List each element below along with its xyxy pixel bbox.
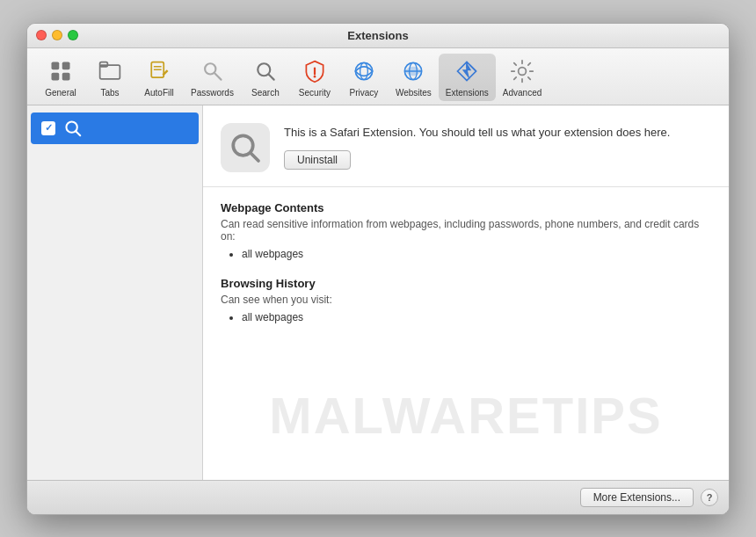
extension-description: This is a Safari Extension. You should t… (284, 125, 711, 141)
content-area: ✓ MALWARETIPS (27, 105, 729, 480)
watermark-text: MALWARETIPS (269, 386, 662, 445)
svg-rect-0 (52, 62, 60, 69)
svg-line-12 (268, 74, 273, 79)
permission-group-history: Browsing History Can see when you visit:… (221, 277, 711, 326)
checkmark-icon: ✓ (45, 122, 53, 134)
svg-line-24 (76, 131, 80, 135)
svg-point-22 (519, 67, 527, 75)
search-label: Search (251, 88, 280, 98)
tabs-icon (96, 57, 124, 85)
svg-line-26 (251, 153, 258, 161)
general-icon (47, 57, 75, 85)
toolbar-item-privacy[interactable]: Privacy (339, 54, 389, 101)
safari-preferences-window: Extensions General Ta (26, 23, 730, 515)
search-icon (251, 57, 280, 85)
websites-icon (399, 57, 427, 85)
toolbar: General Tabs AutoFill (27, 48, 729, 105)
svg-rect-1 (62, 62, 70, 69)
autofill-label: AutoFill (144, 88, 173, 98)
permission-desc-webpage: Can read sensitive information from webp… (221, 218, 711, 243)
permissions-section: Webpage Contents Can read sensitive info… (203, 187, 729, 354)
autofill-icon (145, 57, 173, 85)
extensions-label: Extensions (446, 88, 489, 98)
extensions-icon (453, 57, 481, 85)
permission-item: all webpages (242, 309, 711, 326)
extension-item-icon (62, 118, 84, 139)
advanced-icon (508, 57, 536, 85)
toolbar-item-security[interactable]: Security (290, 54, 339, 101)
permission-desc-history: Can see when you visit: (221, 294, 711, 306)
tabs-label: Tabs (100, 88, 119, 98)
toolbar-item-passwords[interactable]: Passwords (184, 54, 241, 101)
traffic-lights (36, 30, 78, 40)
permission-title-history: Browsing History (221, 277, 711, 290)
extension-checkbox[interactable]: ✓ (41, 121, 55, 135)
watermark: MALWARETIPS (203, 386, 729, 445)
privacy-label: Privacy (350, 88, 379, 98)
privacy-icon (350, 57, 378, 85)
extensions-sidebar: ✓ (27, 105, 203, 480)
passwords-icon (198, 57, 226, 85)
passwords-label: Passwords (191, 88, 234, 98)
svg-line-10 (214, 72, 222, 79)
permission-item: all webpages (242, 246, 711, 263)
more-extensions-button[interactable]: More Extensions... (580, 488, 694, 507)
toolbar-item-autofill[interactable]: AutoFill (134, 54, 184, 101)
svg-point-15 (355, 62, 372, 79)
general-label: General (45, 88, 76, 98)
toolbar-item-advanced[interactable]: Advanced (496, 54, 549, 101)
titlebar: Extensions (27, 24, 729, 48)
toolbar-item-search[interactable]: Search (241, 54, 290, 101)
svg-rect-3 (62, 72, 70, 80)
extension-header: This is a Safari Extension. You should t… (203, 105, 729, 187)
permission-group-webpage: Webpage Contents Can read sensitive info… (221, 201, 711, 263)
extension-info: This is a Safari Extension. You should t… (284, 125, 711, 169)
security-icon (301, 57, 329, 85)
uninstall-button[interactable]: Uninstall (284, 150, 351, 170)
websites-label: Websites (396, 88, 432, 98)
maximize-button[interactable] (68, 30, 78, 40)
toolbar-item-general[interactable]: General (36, 54, 85, 101)
window-title: Extensions (347, 29, 408, 42)
toolbar-item-extensions[interactable]: Extensions (439, 54, 496, 101)
svg-point-14 (314, 75, 316, 77)
svg-rect-2 (52, 72, 60, 80)
permission-list-webpage: all webpages (221, 246, 711, 263)
help-button[interactable]: ? (701, 489, 718, 506)
bottom-bar: More Extensions... ? (27, 480, 729, 514)
toolbar-item-tabs[interactable]: Tabs (85, 54, 134, 101)
extension-detail-panel: MALWARETIPS This is a Safari Extension. … (203, 105, 729, 480)
extension-icon-large (221, 123, 270, 172)
svg-point-16 (360, 62, 368, 79)
minimize-button[interactable] (52, 30, 62, 40)
close-button[interactable] (36, 30, 47, 40)
permission-title-webpage: Webpage Contents (221, 201, 711, 214)
extension-list-item[interactable]: ✓ (31, 112, 199, 144)
security-label: Security (299, 88, 331, 98)
advanced-label: Advanced (503, 88, 542, 98)
toolbar-item-websites[interactable]: Websites (389, 54, 439, 101)
permission-list-history: all webpages (221, 309, 711, 326)
